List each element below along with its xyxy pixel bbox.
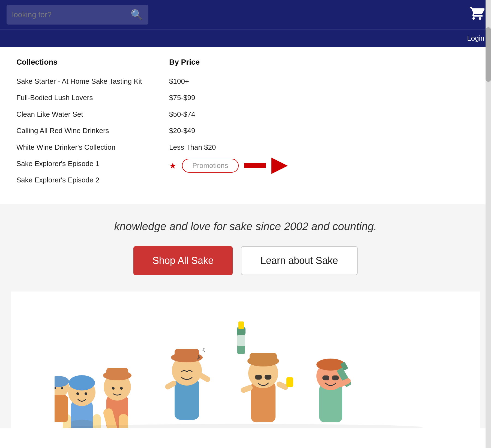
promotions-item[interactable]: Promotions xyxy=(182,159,239,173)
scrollbar[interactable] xyxy=(486,0,491,448)
svg-rect-19 xyxy=(175,349,199,361)
svg-rect-27 xyxy=(237,335,245,346)
nav-bar: Login xyxy=(0,29,491,47)
hero-buttons: Shop All Sake Learn about Sake xyxy=(11,246,480,275)
search-icon: 🔍 xyxy=(131,9,143,20)
svg-rect-50 xyxy=(55,395,68,422)
scrollbar-thumb[interactable] xyxy=(486,27,491,82)
arrow-shaft xyxy=(244,163,266,168)
svg-point-5 xyxy=(85,392,87,395)
svg-point-13 xyxy=(120,387,123,390)
svg-rect-33 xyxy=(265,375,271,380)
price-item-3[interactable]: $20-$49 xyxy=(169,124,300,138)
star-annotation-icon: ★ xyxy=(169,161,176,170)
svg-rect-41 xyxy=(322,375,329,380)
illustration-area: ♪ ♫ xyxy=(11,291,480,428)
cart-icon[interactable] xyxy=(469,6,484,24)
dropdown-menu: Collections Sake Starter - At Home Sake … xyxy=(0,47,491,204)
price-item-2[interactable]: $50-$74 xyxy=(169,107,300,121)
arrow-head xyxy=(271,158,288,174)
svg-rect-23 xyxy=(198,372,211,383)
hero-section: knowledge and love for sake since 2002 a… xyxy=(0,204,491,428)
cartoon-illustration: ♪ ♫ xyxy=(55,297,436,428)
svg-rect-11 xyxy=(106,368,128,379)
search-input[interactable] xyxy=(12,10,127,19)
svg-point-3 xyxy=(69,375,95,390)
by-price-header: By Price xyxy=(169,58,300,67)
collection-item-4[interactable]: White Wine Drinker's Collection xyxy=(16,140,147,154)
svg-point-52 xyxy=(61,387,63,389)
svg-text:♪: ♪ xyxy=(196,352,200,361)
collection-item-3[interactable]: Calling All Red Wine Drinkers xyxy=(16,124,147,138)
svg-point-4 xyxy=(76,392,79,395)
login-link[interactable]: Login xyxy=(467,34,484,43)
price-item-1[interactable]: $75-$99 xyxy=(169,91,300,105)
svg-rect-31 xyxy=(250,353,277,364)
search-bar-container[interactable]: 🔍 xyxy=(7,5,148,25)
svg-rect-42 xyxy=(332,375,339,380)
price-item-0[interactable]: $100+ xyxy=(169,74,300,88)
by-price-column: By Price $100+ $75-$99 $50-$74 $20-$49 L… xyxy=(169,58,300,187)
price-item-4[interactable]: Less Than $20 xyxy=(169,140,300,154)
svg-rect-26 xyxy=(238,321,244,329)
collection-item-1[interactable]: Full-Bodied Lush Lovers xyxy=(16,91,147,105)
collection-item-0[interactable]: Sake Starter - At Home Sake Tasting Kit xyxy=(16,74,147,88)
header-search-bar: 🔍 xyxy=(0,0,491,29)
collection-item-5[interactable]: Sake Explorer's Episode 1 xyxy=(16,157,147,171)
arrow-annotation xyxy=(244,158,288,174)
collections-column: Collections Sake Starter - At Home Sake … xyxy=(16,58,147,187)
collection-item-2[interactable]: Clean Like Water Set xyxy=(16,107,147,121)
collection-item-6[interactable]: Sake Explorer's Episode 2 xyxy=(16,173,147,187)
collections-header: Collections xyxy=(16,58,147,67)
promotions-row: ★ Promotions xyxy=(169,158,300,174)
svg-rect-32 xyxy=(255,375,262,380)
svg-text:♫: ♫ xyxy=(202,347,206,353)
hero-tagline: knowledge and love for sake since 2002 a… xyxy=(11,220,480,233)
svg-rect-37 xyxy=(286,377,293,387)
svg-point-12 xyxy=(112,387,115,390)
shop-all-sake-button[interactable]: Shop All Sake xyxy=(133,246,233,275)
learn-about-sake-button[interactable]: Learn about Sake xyxy=(241,246,358,275)
